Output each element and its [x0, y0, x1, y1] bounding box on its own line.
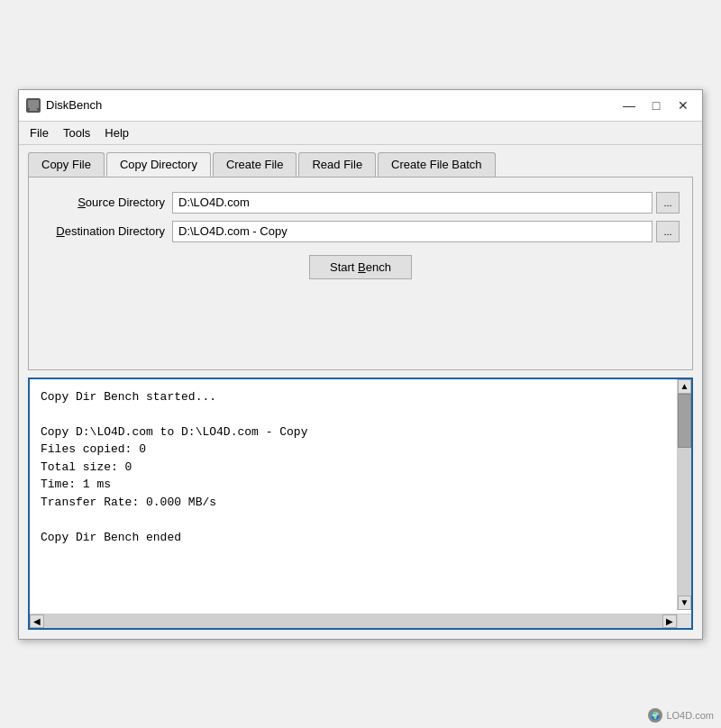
output-line: Copy Dir Bench started... — [41, 388, 680, 406]
scroll-track-vertical — [678, 394, 691, 596]
tab-bar: Copy File Copy Directory Create File Rea… — [28, 152, 693, 177]
main-window: DiskBench — □ ✕ File Tools Help Copy Fil… — [18, 89, 703, 640]
output-area-wrapper: Copy Dir Bench started... Copy D:\LO4D.c… — [28, 378, 693, 630]
scrollbar-corner — [677, 614, 691, 628]
window-title: DiskBench — [46, 98, 617, 112]
destination-directory-input[interactable] — [172, 221, 653, 242]
start-bench-row: Start Bench — [41, 255, 680, 279]
scroll-left-button[interactable]: ◀ — [30, 614, 44, 628]
source-directory-label: Source Directory — [41, 196, 172, 209]
window-controls: — □ ✕ — [617, 96, 695, 115]
horizontal-scrollbar: ◀ ▶ — [30, 614, 677, 628]
app-icon — [26, 98, 41, 113]
destination-directory-row: Destination Directory ... — [41, 221, 680, 242]
panel-spacer — [41, 285, 680, 357]
menu-file[interactable]: File — [23, 123, 56, 142]
scroll-down-button[interactable]: ▼ — [678, 596, 691, 610]
source-directory-row: Source Directory ... — [41, 192, 680, 214]
scroll-right-button[interactable]: ▶ — [662, 614, 677, 628]
watermark: 🌍 LO4D.com — [648, 708, 714, 723]
tabs-area: Copy File Copy Directory Create File Rea… — [19, 145, 702, 177]
tab-copy-directory[interactable]: Copy Directory — [106, 152, 211, 177]
source-browse-button[interactable]: ... — [656, 192, 680, 214]
scroll-thumb-vertical[interactable] — [678, 394, 691, 448]
tab-create-file-batch[interactable]: Create File Batch — [378, 152, 495, 177]
source-directory-input[interactable] — [172, 192, 653, 214]
menu-bar: File Tools Help — [19, 122, 702, 145]
output-line: Copy Dir Bench ended — [41, 529, 680, 547]
output-line — [41, 511, 680, 529]
menu-tools[interactable]: Tools — [56, 123, 97, 142]
svg-rect-1 — [30, 108, 37, 110]
minimize-button[interactable]: — — [617, 96, 641, 115]
tab-create-file[interactable]: Create File — [213, 152, 297, 177]
watermark-text: LO4D.com — [666, 710, 714, 721]
destination-directory-label: Destination Directory — [41, 224, 172, 238]
vertical-scrollbar: ▲ ▼ — [677, 379, 691, 610]
output-area: Copy Dir Bench started... Copy D:\LO4D.c… — [30, 379, 691, 628]
scroll-track-horizontal — [44, 614, 662, 628]
tab-copy-file[interactable]: Copy File — [28, 152, 105, 177]
output-line: Copy D:\LO4D.com to D:\LO4D.com - Copy — [41, 423, 680, 441]
main-panel: Source Directory ... Destination Directo… — [28, 177, 693, 370]
title-bar: DiskBench — □ ✕ — [19, 90, 702, 122]
watermark-icon: 🌍 — [648, 708, 662, 723]
start-bench-button[interactable]: Start Bench — [309, 255, 412, 279]
maximize-button[interactable]: □ — [644, 96, 668, 115]
output-line: Transfer Rate: 0.000 MB/s — [41, 494, 680, 512]
output-line — [41, 405, 680, 423]
svg-rect-2 — [29, 110, 38, 111]
menu-help[interactable]: Help — [97, 123, 136, 142]
tab-read-file[interactable]: Read File — [298, 152, 376, 177]
output-line: Files copied: 0 — [41, 441, 680, 459]
scroll-up-button[interactable]: ▲ — [678, 379, 691, 394]
destination-browse-button[interactable]: ... — [656, 221, 680, 242]
svg-rect-0 — [28, 100, 39, 108]
output-line: Total size: 0 — [41, 459, 680, 477]
output-line: Time: 1 ms — [41, 476, 680, 494]
close-button[interactable]: ✕ — [671, 96, 695, 115]
